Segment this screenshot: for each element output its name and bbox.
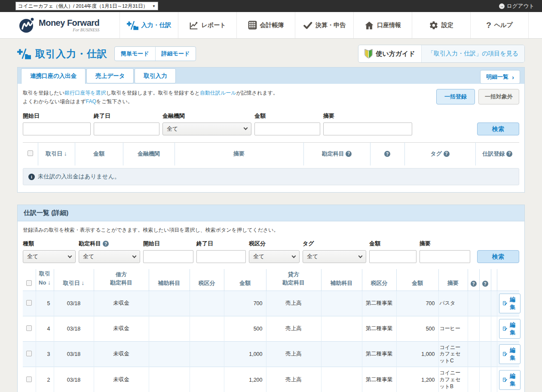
usage-guide-button[interactable]: 使い方ガイド [358, 45, 421, 62]
ledger-grid-icon [248, 21, 257, 30]
journal-amount-input[interactable] [369, 250, 416, 263]
journal-summary-input[interactable] [420, 250, 470, 263]
help-icon[interactable]: ? [346, 151, 352, 157]
journal-section-title: 仕訳一覧 (詳細) [18, 205, 524, 221]
auto-journal-rule-link[interactable]: 自動仕訳ルール [200, 90, 236, 96]
col-journal-date[interactable]: 取引日 ↓ [54, 269, 94, 291]
journal-start-date-label: 開始日 [143, 240, 193, 248]
help-icon[interactable]: ? [482, 281, 488, 287]
faq-link[interactable]: FAQ [86, 98, 96, 104]
row-checkbox[interactable] [26, 300, 32, 306]
edit-button[interactable]: 編集 [499, 319, 521, 339]
row-checkbox[interactable] [26, 377, 32, 382]
row-spacer [491, 291, 497, 316]
col-amount: 金額 [75, 142, 123, 165]
nav-item-ledger[interactable]: 会計帳簿 [236, 12, 295, 38]
tax-class-select[interactable]: 全て [249, 250, 300, 263]
chevron-right-icon: › [512, 74, 514, 81]
col-credit-sub-account: 補助科目 [321, 269, 362, 291]
row-checkbox-cell [23, 341, 36, 367]
debit-account[interactable]: 未収金 [94, 316, 149, 341]
help-icon[interactable]: ? [506, 151, 512, 157]
logout-arrow-icon: → [499, 3, 505, 9]
table-row: 5 03/18 未収金 700 売上高 第二種事業 700 パスタ 編集 [23, 291, 519, 316]
detail-list-button[interactable]: 明細一覧 › [480, 70, 520, 84]
row-checkbox-cell [23, 291, 36, 316]
nav-item-help[interactable]: ? ヘルプ [470, 12, 529, 38]
journal-end-date-input[interactable] [196, 250, 246, 263]
edit-button[interactable]: 編集 [499, 370, 521, 390]
nav-item-accounts[interactable]: 口座情報 [353, 12, 412, 38]
debit-account[interactable]: 未収金 [94, 341, 149, 367]
start-date-input[interactable] [23, 122, 91, 135]
edit-button[interactable]: 編集 [499, 344, 521, 364]
journal-search-button[interactable]: 検索 [477, 250, 519, 263]
tag-select[interactable]: 全て [303, 250, 366, 263]
transactions-tabbar: 連携口座の入出金 売上データ 取引入力 明細一覧 › [18, 67, 524, 84]
page-title: 取引入力・仕訳 [35, 47, 107, 61]
debit-sub-account [149, 291, 190, 316]
select-all-header [23, 142, 38, 165]
row-edit-cell: 編集 [497, 316, 519, 341]
summary-input[interactable] [323, 122, 412, 135]
select-bank-account-link[interactable]: 銀行口座等を選択 [64, 90, 106, 96]
select-all-checkbox[interactable] [28, 150, 33, 156]
tab-sales-data[interactable]: 売上データ [86, 68, 134, 83]
edit-button-label: 編集 [509, 372, 517, 388]
brand-name: Money Forward [39, 18, 99, 27]
brand-logo[interactable]: Money Forward For BUSINESS [13, 12, 119, 38]
table-row: 2 03/18 未収金 1,200 売上高 第二種事業 1,200 コイニーカフ… [23, 367, 519, 392]
credit-account[interactable]: 売上高 [266, 367, 321, 392]
bulk-exclude-button[interactable]: 一括対象外 [478, 89, 519, 104]
summary-label: 摘要 [323, 112, 412, 120]
simple-mode-button[interactable]: 簡単モード [115, 47, 155, 61]
col-date[interactable]: 取引日 ↓ [38, 142, 75, 165]
nav-item-input-journal[interactable]: 入力・仕訳 [119, 12, 178, 38]
logout-label: ログアウト [507, 3, 534, 10]
credit-account[interactable]: 売上高 [266, 316, 321, 341]
tab-linked-accounts[interactable]: 連携口座の入出金 [21, 68, 86, 84]
debit-tax-class [190, 341, 224, 367]
tab-transaction-input[interactable]: 取引入力 [135, 68, 176, 83]
nav-item-settings[interactable]: 設定 [412, 12, 470, 38]
journal-summary-label: 摘要 [420, 240, 470, 248]
institution-select[interactable]: 全て [162, 122, 251, 135]
edit-button[interactable]: 編集 [499, 294, 521, 313]
credit-account[interactable]: 売上高 [266, 291, 321, 316]
help-icon[interactable]: ? [384, 151, 390, 157]
journal-start-date-input[interactable] [143, 250, 193, 263]
type-select[interactable]: 全て [23, 250, 76, 263]
col-help: ? [370, 142, 404, 165]
select-caret-icon: ▼ [152, 4, 156, 8]
debit-account[interactable]: 未収金 [94, 367, 149, 392]
company-period-select[interactable]: コイニーカフェ（個人）/ 2014年度（1月1日～12月31日） ▼ [15, 2, 158, 10]
journal-select-all-checkbox[interactable] [26, 280, 32, 286]
view-items-link[interactable]: 「取引入力・仕訳」の項目を見る [421, 45, 524, 62]
col-tag: タグ ? [404, 142, 475, 165]
nav-item-report[interactable]: レポート [178, 12, 236, 38]
help-icon[interactable]: ? [471, 281, 477, 287]
bulk-register-button[interactable]: 一括登録 [436, 89, 475, 104]
nav-item-settlement[interactable]: 決算・申告 [295, 12, 353, 38]
row-checkbox[interactable] [26, 351, 32, 356]
detail-mode-button[interactable]: 詳細モード [155, 47, 196, 61]
row-edit-cell: 編集 [497, 291, 519, 316]
search-button[interactable]: 検索 [477, 122, 519, 135]
help-icon[interactable]: ? [444, 151, 450, 157]
credit-account[interactable]: 売上高 [266, 341, 321, 367]
input-journal-icon [127, 21, 138, 30]
row-spacer [491, 316, 497, 341]
logout-link[interactable]: → ログアウト [499, 3, 534, 10]
account-select[interactable]: 全て [79, 250, 140, 263]
col-txn-no[interactable]: 取引No ↓ [36, 269, 54, 291]
journal-table: 取引No ↓ 取引日 ↓ 借方勘定科目 補助科目 税区分 金額 貸方勘定科目 補… [23, 269, 519, 392]
edit-pencil-icon [503, 377, 507, 383]
amount-input[interactable] [254, 122, 320, 135]
row-checkbox[interactable] [26, 325, 32, 331]
row-edit-cell: 編集 [497, 341, 519, 367]
end-date-input[interactable] [94, 122, 159, 135]
help-icon[interactable]: ? [103, 241, 109, 247]
edit-button-label: 編集 [509, 321, 517, 337]
debit-account[interactable]: 未収金 [94, 291, 149, 316]
credit-sub-account [321, 316, 362, 341]
